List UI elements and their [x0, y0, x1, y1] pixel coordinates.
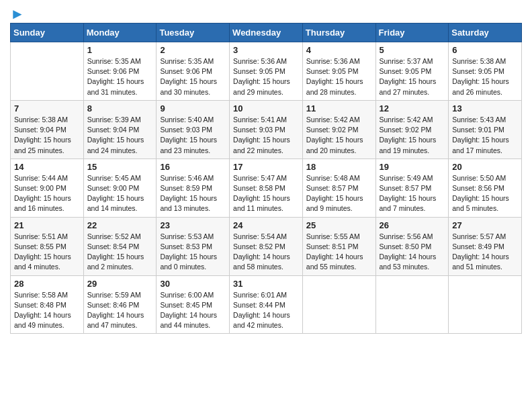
calendar-cell: 29Sunrise: 5:59 AMSunset: 8:46 PMDayligh… — [83, 275, 157, 334]
calendar-cell: 25Sunrise: 5:55 AMSunset: 8:51 PMDayligh… — [302, 217, 375, 275]
calendar-cell: 23Sunrise: 5:53 AMSunset: 8:53 PMDayligh… — [157, 217, 230, 275]
calendar-cell — [302, 275, 375, 334]
calendar-cell: 11Sunrise: 5:42 AMSunset: 9:02 PMDayligh… — [302, 100, 375, 158]
day-info: Sunrise: 5:42 AMSunset: 9:02 PMDaylight:… — [380, 115, 445, 156]
calendar-week-3: 14Sunrise: 5:44 AMSunset: 9:00 PMDayligh… — [11, 158, 522, 217]
day-number: 5 — [380, 45, 445, 55]
day-info: Sunrise: 5:41 AMSunset: 9:03 PMDaylight:… — [233, 115, 299, 156]
calendar-cell: 14Sunrise: 5:44 AMSunset: 9:00 PMDayligh… — [11, 158, 84, 217]
day-info: Sunrise: 5:50 AMSunset: 8:56 PMDaylight:… — [452, 173, 518, 214]
day-info: Sunrise: 5:58 AMSunset: 8:48 PMDaylight:… — [14, 290, 80, 331]
day-number: 10 — [233, 103, 299, 113]
day-number: 8 — [87, 103, 153, 113]
day-number: 11 — [306, 103, 372, 113]
day-info: Sunrise: 5:52 AMSunset: 8:54 PMDaylight:… — [87, 232, 153, 273]
day-info: Sunrise: 5:35 AMSunset: 9:06 PMDaylight:… — [87, 56, 153, 97]
day-info: Sunrise: 6:00 AMSunset: 8:45 PMDaylight:… — [160, 290, 226, 331]
calendar-cell: 4Sunrise: 5:36 AMSunset: 9:05 PMDaylight… — [302, 42, 375, 101]
day-number: 12 — [380, 103, 445, 113]
day-info: Sunrise: 5:49 AMSunset: 8:57 PMDaylight:… — [380, 173, 445, 214]
calendar-cell — [375, 275, 449, 334]
weekday-header-wednesday: Wednesday — [230, 24, 303, 42]
calendar-cell — [11, 42, 84, 101]
weekday-header-friday: Friday — [375, 24, 449, 42]
day-info: Sunrise: 5:44 AMSunset: 9:00 PMDaylight:… — [14, 173, 80, 214]
day-number: 21 — [14, 220, 80, 230]
calendar-cell: 12Sunrise: 5:42 AMSunset: 9:02 PMDayligh… — [375, 100, 449, 158]
calendar-cell: 9Sunrise: 5:40 AMSunset: 9:03 PMDaylight… — [157, 100, 230, 158]
logo: ► — [10, 7, 25, 19]
day-number: 4 — [306, 45, 372, 55]
calendar-cell: 6Sunrise: 5:38 AMSunset: 9:05 PMDaylight… — [449, 42, 522, 101]
day-number: 7 — [14, 103, 80, 113]
day-number: 6 — [452, 45, 518, 55]
calendar-table: SundayMondayTuesdayWednesdayThursdayFrid… — [10, 23, 522, 334]
page-header: ► — [10, 7, 522, 19]
day-info: Sunrise: 5:48 AMSunset: 8:57 PMDaylight:… — [306, 173, 372, 214]
calendar-cell: 26Sunrise: 5:56 AMSunset: 8:50 PMDayligh… — [375, 217, 449, 275]
calendar-cell: 22Sunrise: 5:52 AMSunset: 8:54 PMDayligh… — [83, 217, 157, 275]
calendar-cell: 3Sunrise: 5:36 AMSunset: 9:05 PMDaylight… — [230, 42, 303, 101]
calendar-cell: 30Sunrise: 6:00 AMSunset: 8:45 PMDayligh… — [157, 275, 230, 334]
logo-text: ► — [10, 7, 25, 21]
day-info: Sunrise: 5:35 AMSunset: 9:06 PMDaylight:… — [160, 56, 226, 97]
day-number: 24 — [233, 220, 299, 230]
day-number: 26 — [380, 220, 445, 230]
day-number: 17 — [233, 162, 299, 172]
day-number: 15 — [87, 162, 153, 172]
day-info: Sunrise: 5:46 AMSunset: 8:59 PMDaylight:… — [160, 173, 226, 214]
day-info: Sunrise: 5:55 AMSunset: 8:51 PMDaylight:… — [306, 232, 372, 273]
day-number: 13 — [452, 103, 518, 113]
day-info: Sunrise: 5:36 AMSunset: 9:05 PMDaylight:… — [233, 56, 299, 97]
day-info: Sunrise: 5:36 AMSunset: 9:05 PMDaylight:… — [306, 56, 372, 97]
calendar-cell: 5Sunrise: 5:37 AMSunset: 9:05 PMDaylight… — [375, 42, 449, 101]
calendar-cell: 20Sunrise: 5:50 AMSunset: 8:56 PMDayligh… — [449, 158, 522, 217]
day-number: 1 — [87, 45, 153, 55]
day-number: 18 — [306, 162, 372, 172]
day-number: 25 — [306, 220, 372, 230]
weekday-header-thursday: Thursday — [302, 24, 375, 42]
calendar-cell: 7Sunrise: 5:38 AMSunset: 9:04 PMDaylight… — [11, 100, 84, 158]
calendar-cell: 27Sunrise: 5:57 AMSunset: 8:49 PMDayligh… — [449, 217, 522, 275]
day-info: Sunrise: 5:51 AMSunset: 8:55 PMDaylight:… — [14, 232, 80, 273]
day-number: 27 — [452, 220, 518, 230]
weekday-header-tuesday: Tuesday — [157, 24, 230, 42]
day-number: 20 — [452, 162, 518, 172]
day-info: Sunrise: 5:54 AMSunset: 8:52 PMDaylight:… — [233, 232, 299, 273]
calendar-cell: 16Sunrise: 5:46 AMSunset: 8:59 PMDayligh… — [157, 158, 230, 217]
day-number: 30 — [160, 279, 226, 289]
day-number: 9 — [160, 103, 226, 113]
day-info: Sunrise: 5:42 AMSunset: 9:02 PMDaylight:… — [306, 115, 372, 156]
calendar-week-2: 7Sunrise: 5:38 AMSunset: 9:04 PMDaylight… — [11, 100, 522, 158]
calendar-cell: 1Sunrise: 5:35 AMSunset: 9:06 PMDaylight… — [83, 42, 157, 101]
calendar-cell: 8Sunrise: 5:39 AMSunset: 9:04 PMDaylight… — [83, 100, 157, 158]
calendar-cell: 31Sunrise: 6:01 AMSunset: 8:44 PMDayligh… — [230, 275, 303, 334]
calendar-cell: 18Sunrise: 5:48 AMSunset: 8:57 PMDayligh… — [302, 158, 375, 217]
day-number: 31 — [233, 279, 299, 289]
calendar-cell — [449, 275, 522, 334]
day-info: Sunrise: 5:39 AMSunset: 9:04 PMDaylight:… — [87, 115, 153, 156]
day-number: 14 — [14, 162, 80, 172]
day-info: Sunrise: 5:59 AMSunset: 8:46 PMDaylight:… — [87, 290, 153, 331]
day-info: Sunrise: 6:01 AMSunset: 8:44 PMDaylight:… — [233, 290, 299, 331]
day-number: 19 — [380, 162, 445, 172]
weekday-header-saturday: Saturday — [449, 24, 522, 42]
calendar-body: 1Sunrise: 5:35 AMSunset: 9:06 PMDaylight… — [11, 42, 522, 334]
day-info: Sunrise: 5:47 AMSunset: 8:58 PMDaylight:… — [233, 173, 299, 214]
calendar-week-4: 21Sunrise: 5:51 AMSunset: 8:55 PMDayligh… — [11, 217, 522, 275]
day-info: Sunrise: 5:40 AMSunset: 9:03 PMDaylight:… — [160, 115, 226, 156]
calendar-cell: 24Sunrise: 5:54 AMSunset: 8:52 PMDayligh… — [230, 217, 303, 275]
weekday-header-sunday: Sunday — [11, 24, 84, 42]
day-info: Sunrise: 5:56 AMSunset: 8:50 PMDaylight:… — [380, 232, 445, 273]
day-info: Sunrise: 5:57 AMSunset: 8:49 PMDaylight:… — [452, 232, 518, 273]
day-info: Sunrise: 5:38 AMSunset: 9:04 PMDaylight:… — [14, 115, 80, 156]
calendar-cell: 17Sunrise: 5:47 AMSunset: 8:58 PMDayligh… — [230, 158, 303, 217]
day-number: 28 — [14, 279, 80, 289]
calendar-cell: 28Sunrise: 5:58 AMSunset: 8:48 PMDayligh… — [11, 275, 84, 334]
day-info: Sunrise: 5:38 AMSunset: 9:05 PMDaylight:… — [452, 56, 518, 97]
calendar-cell: 21Sunrise: 5:51 AMSunset: 8:55 PMDayligh… — [11, 217, 84, 275]
day-number: 23 — [160, 220, 226, 230]
calendar-cell: 2Sunrise: 5:35 AMSunset: 9:06 PMDaylight… — [157, 42, 230, 101]
calendar-cell: 13Sunrise: 5:43 AMSunset: 9:01 PMDayligh… — [449, 100, 522, 158]
day-number: 22 — [87, 220, 153, 230]
